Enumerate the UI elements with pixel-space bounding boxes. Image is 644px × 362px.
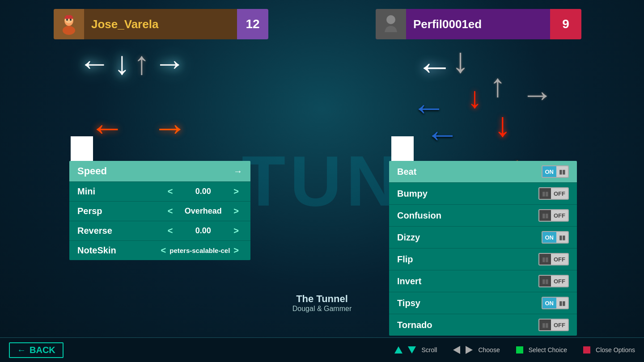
player1-name: Jose_Varela <box>84 17 237 31</box>
bumpy-toggle[interactable]: ▮▮ OFF <box>538 187 569 200</box>
tipsy-row: Tipsy ON ▮▮ <box>389 292 577 314</box>
tipsy-off-label: ▮▮ <box>556 298 568 308</box>
flip-toggle[interactable]: ▮▮ OFF <box>538 253 569 265</box>
persp-label: Persp <box>77 206 164 216</box>
invert-row: Invert ▮▮ OFF <box>389 270 577 292</box>
close-label: Close Options <box>596 346 635 354</box>
tornado-toggle[interactable]: ▮▮ OFF <box>538 319 569 331</box>
noteskin-left-btn[interactable]: < <box>157 245 170 256</box>
choose-label: Choose <box>478 346 500 354</box>
back-arrow-icon: ← <box>17 345 26 355</box>
white-square-right <box>391 136 414 161</box>
arr-red-2: ↓ <box>494 105 511 144</box>
mini-left-btn[interactable]: < <box>164 186 177 197</box>
persp-value: Overhead <box>176 206 230 216</box>
arr-blue-2: ← <box>425 114 460 155</box>
beat-off-label: ▮▮ <box>556 166 568 177</box>
scroll-down-icon <box>408 346 416 354</box>
bottom-bar: ← BACK Scroll Choose Select Choice Close… <box>0 337 644 362</box>
arrow-left-icon: ← <box>78 45 110 81</box>
invert-on-label: ▮▮ <box>539 276 551 286</box>
arr-white-left: ← <box>416 45 453 88</box>
player2-header: Perfil0001ed 9 <box>376 9 581 39</box>
choose-left-icon <box>453 346 460 354</box>
player1-avatar <box>54 9 84 39</box>
tipsy-label: Tipsy <box>397 298 542 308</box>
back-button[interactable]: ← BACK <box>9 342 64 358</box>
dizzy-toggle[interactable]: ON ▮▮ <box>542 231 569 244</box>
speed-arrow-icon: → <box>233 166 242 177</box>
tipsy-toggle[interactable]: ON ▮▮ <box>542 297 569 309</box>
reverse-left-btn[interactable]: < <box>164 226 177 236</box>
invert-toggle[interactable]: ▮▮ OFF <box>538 275 569 287</box>
beat-label: Beat <box>397 167 542 177</box>
svg-point-5 <box>386 15 395 24</box>
beat-on-label: ON <box>542 166 557 177</box>
dizzy-row: Dizzy ON ▮▮ <box>389 226 577 248</box>
player1-score: 12 <box>237 9 268 39</box>
song-title: The Tunnel <box>292 293 352 305</box>
arr-red-1: ↓ <box>467 80 482 114</box>
beat-toggle[interactable]: ON ▮▮ <box>542 165 569 178</box>
choose-right-icon <box>466 346 473 354</box>
player2-avatar <box>376 9 406 39</box>
player1-header: Jose_Varela 12 <box>54 9 268 39</box>
scroll-label: Scroll <box>421 346 437 354</box>
noteskin-value: peters-scalable-cel <box>169 247 230 254</box>
mini-row: Mini < 0.00 > <box>69 181 250 201</box>
arrow-right-icon: → <box>153 45 186 81</box>
reverse-value: 0.00 <box>176 226 230 236</box>
flip-row: Flip ▮▮ OFF <box>389 248 577 270</box>
arr-grey-down: ↓ <box>452 40 469 81</box>
tornado-row: Tornado ▮▮ OFF <box>389 314 577 336</box>
invert-off-label: OFF <box>551 276 568 286</box>
mini-right-btn[interactable]: > <box>230 186 242 197</box>
left-options-panel: Speed → Mini < 0.00 > Persp < Overhead >… <box>69 161 250 260</box>
song-info: The Tunnel Dougal & Gammer <box>292 293 352 313</box>
noteskin-label: NoteSkin <box>77 245 157 256</box>
dizzy-on-label: ON <box>542 232 557 243</box>
noteskin-right-btn[interactable]: > <box>230 245 242 256</box>
confusion-row: Confusion ▮▮ OFF <box>389 204 577 226</box>
svg-point-4 <box>70 19 72 21</box>
arrows-left-mid: ← → <box>89 107 188 148</box>
back-label: BACK <box>30 345 55 355</box>
arrow-down-icon: ↓ <box>114 45 130 81</box>
right-options-panel: Beat ON ▮▮ Bumpy ▮▮ OFF Confusion ▮▮ OFF… <box>389 161 577 336</box>
confusion-on-label: ▮▮ <box>539 210 551 221</box>
select-icon <box>516 346 523 354</box>
tipsy-on-label: ON <box>542 298 557 308</box>
bumpy-row: Bumpy ▮▮ OFF <box>389 182 577 204</box>
close-icon <box>583 346 590 354</box>
dizzy-label: Dizzy <box>397 232 542 243</box>
select-label: Select Choice <box>529 346 567 354</box>
persp-left-btn[interactable]: < <box>164 206 177 216</box>
arrows-right: ↓ ↑ → ← ← ← ↓ ↓ ← <box>407 40 577 174</box>
player2-name: Perfil0001ed <box>406 17 550 31</box>
white-square-left <box>71 136 93 161</box>
left-panel-title: Speed <box>77 165 107 177</box>
noteskin-row: NoteSkin < peters-scalable-cel > <box>69 240 250 260</box>
arrow-orange-left: ← <box>89 107 125 148</box>
bumpy-off-label: OFF <box>551 188 568 199</box>
confusion-off-label: OFF <box>551 210 568 221</box>
bumpy-label: Bumpy <box>397 189 538 199</box>
song-artist: Dougal & Gammer <box>292 305 352 313</box>
reverse-right-btn[interactable]: > <box>230 226 242 236</box>
arrow-up-icon: ↑ <box>134 45 150 81</box>
arr-grey-right: → <box>521 76 553 113</box>
arrow-orange-right: → <box>152 107 188 148</box>
arr-grey-up: ↑ <box>490 67 506 104</box>
tornado-on-label: ▮▮ <box>539 320 551 330</box>
beat-row: Beat ON ▮▮ <box>389 161 577 182</box>
tornado-label: Tornado <box>397 320 538 330</box>
persp-right-btn[interactable]: > <box>230 206 242 216</box>
flip-off-label: OFF <box>551 254 568 265</box>
bottom-hints: Scroll Choose Select Choice Close Option… <box>394 346 635 354</box>
mini-label: Mini <box>77 186 164 197</box>
flip-label: Flip <box>397 254 538 265</box>
flip-on-label: ▮▮ <box>539 254 551 265</box>
tornado-off-label: OFF <box>551 320 568 330</box>
confusion-toggle[interactable]: ▮▮ OFF <box>538 209 569 222</box>
svg-point-1 <box>63 26 75 35</box>
